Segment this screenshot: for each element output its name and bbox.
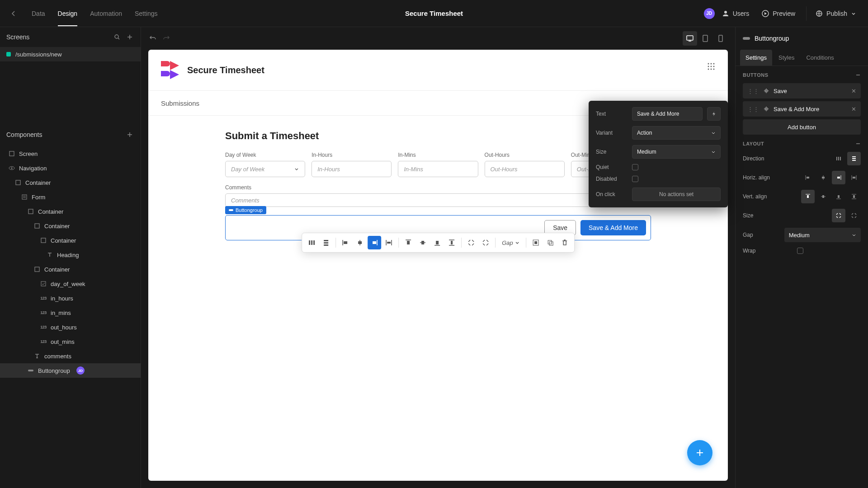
search-screens-button[interactable]	[113, 33, 122, 42]
in-hours-input[interactable]	[311, 161, 392, 177]
add-component-button[interactable]	[125, 130, 134, 139]
rp-tab-settings[interactable]: Settings	[740, 50, 772, 66]
tree-item-out-mins[interactable]: 123out_mins	[0, 334, 141, 349]
fab-add-button[interactable]	[687, 440, 712, 465]
ft-valign-start[interactable]	[401, 236, 415, 249]
ft-duplicate[interactable]	[543, 236, 557, 249]
users-button[interactable]: Users	[717, 6, 755, 21]
ft-direction-col[interactable]	[319, 236, 333, 249]
publish-button[interactable]: Publish	[806, 6, 862, 21]
tree-item-in-hours[interactable]: 123in_hours	[0, 291, 141, 305]
rp-button-item-save-add[interactable]: ⋮⋮ Save & Add More ✕	[743, 101, 861, 117]
ft-size-grow[interactable]	[479, 236, 492, 249]
drag-handle-icon[interactable]: ⋮⋮	[747, 88, 759, 94]
tree-item-day-of-week[interactable]: day_of_week	[0, 277, 141, 291]
ft-delete[interactable]	[558, 236, 571, 249]
ft-valign-end[interactable]	[430, 236, 444, 249]
pop-onclick-button[interactable]: No actions set	[632, 188, 721, 201]
rp-direction-col[interactable]	[847, 152, 861, 165]
tree-item-form[interactable]: Form	[0, 190, 141, 204]
svg-point-19	[711, 63, 712, 65]
ft-halign-end[interactable]	[368, 236, 381, 249]
rp-add-button[interactable]: Add button	[743, 119, 861, 135]
rp-gap-select[interactable]: Medium	[784, 228, 861, 242]
undo-button[interactable]	[148, 34, 157, 43]
rp-remove-button[interactable]: ✕	[851, 88, 856, 94]
out-hours-input[interactable]	[485, 161, 565, 177]
rp-remove-button[interactable]: ✕	[851, 106, 856, 113]
rp-size-grow[interactable]	[847, 209, 861, 222]
align-stretch-h-icon	[851, 174, 857, 181]
rp-wrap-checkbox[interactable]	[797, 248, 803, 254]
tree-item-heading[interactable]: Heading	[0, 248, 141, 262]
ft-padding[interactable]	[529, 236, 542, 249]
rp-size-shrink[interactable]	[832, 209, 845, 222]
rp-halign-center[interactable]	[816, 171, 830, 184]
tree-item-container[interactable]: Container	[0, 233, 141, 248]
tree-item-in-mins[interactable]: 123in_mins	[0, 305, 141, 320]
save-add-more-button[interactable]: Save & Add More	[580, 220, 646, 235]
pop-binding-button[interactable]	[707, 107, 721, 121]
rp-button-item-save[interactable]: ⋮⋮ Save ✕	[743, 83, 861, 99]
pop-size-select[interactable]: Medium	[632, 145, 721, 159]
tab-settings[interactable]: Settings	[129, 1, 163, 26]
comments-input[interactable]	[225, 193, 651, 207]
tree-item-out-hours[interactable]: 123out_hours	[0, 320, 141, 334]
rp-tab-styles[interactable]: Styles	[773, 50, 800, 66]
pop-quiet-checkbox[interactable]	[632, 164, 638, 170]
svg-rect-15	[687, 36, 693, 40]
add-screen-button[interactable]	[125, 33, 134, 42]
ft-halign-start[interactable]	[339, 236, 352, 249]
screen-item[interactable]: /submissions/new	[0, 47, 141, 61]
tab-design[interactable]: Design	[52, 1, 83, 26]
ft-halign-stretch[interactable]	[382, 236, 396, 249]
tree-item-container[interactable]: Container	[0, 175, 141, 190]
tree-item-container[interactable]: Container	[0, 204, 141, 219]
pop-variant-select[interactable]: Action	[632, 126, 721, 140]
minus-icon[interactable]	[855, 141, 861, 146]
ft-valign-center[interactable]	[416, 236, 429, 249]
in-mins-input[interactable]	[398, 161, 478, 177]
ft-gap-select[interactable]: Gap	[498, 239, 523, 246]
rp-direction-row[interactable]	[832, 152, 845, 165]
back-button[interactable]	[6, 6, 21, 21]
tree-item-container[interactable]: Container	[0, 219, 141, 233]
rp-valign-center[interactable]	[816, 190, 830, 203]
rp-valign-end[interactable]	[832, 190, 845, 203]
ft-valign-stretch[interactable]	[445, 236, 458, 249]
rp-valign-start[interactable]	[801, 190, 815, 203]
ft-direction-row[interactable]	[305, 236, 318, 249]
rp-halign-stretch[interactable]	[847, 171, 861, 184]
rp-halign-end[interactable]	[832, 171, 845, 184]
device-tablet[interactable]	[698, 31, 712, 46]
tree-item-buttongroup[interactable]: ButtongroupJD	[0, 363, 141, 378]
gear-icon[interactable]	[764, 88, 769, 94]
minus-icon[interactable]	[855, 72, 861, 78]
tree-item-container[interactable]: Container	[0, 262, 141, 277]
rp-valign-stretch[interactable]	[847, 190, 861, 203]
ft-size-shrink[interactable]	[464, 236, 478, 249]
drag-handle-icon[interactable]: ⋮⋮	[747, 106, 759, 113]
device-desktop[interactable]	[683, 31, 697, 46]
subnav-submissions[interactable]: Submissions	[161, 99, 199, 107]
pop-disabled-checkbox[interactable]	[632, 176, 638, 182]
tab-data[interactable]: Data	[26, 1, 51, 26]
device-mobile[interactable]	[713, 31, 728, 46]
redo-button[interactable]	[162, 34, 171, 43]
tree-item-comments[interactable]: comments	[0, 349, 141, 363]
rp-tab-conditions[interactable]: Conditions	[801, 50, 839, 66]
tab-automation[interactable]: Automation	[85, 1, 127, 26]
tree-item-screen[interactable]: Screen	[0, 146, 141, 161]
svg-rect-29	[311, 240, 312, 245]
preview-button[interactable]: Preview	[756, 6, 801, 21]
pop-text-input[interactable]: Save & Add More	[632, 107, 703, 121]
app-menu-button[interactable]	[707, 62, 715, 70]
ft-halign-center[interactable]	[353, 236, 367, 249]
publish-label: Publish	[826, 10, 847, 17]
gear-icon[interactable]	[764, 106, 769, 112]
svg-rect-35	[358, 241, 362, 244]
user-avatar[interactable]: JD	[704, 8, 715, 19]
rp-halign-start[interactable]	[801, 171, 815, 184]
day-of-week-select[interactable]: Day of Week	[225, 161, 305, 177]
tree-item-navigation[interactable]: Navigation	[0, 161, 141, 175]
